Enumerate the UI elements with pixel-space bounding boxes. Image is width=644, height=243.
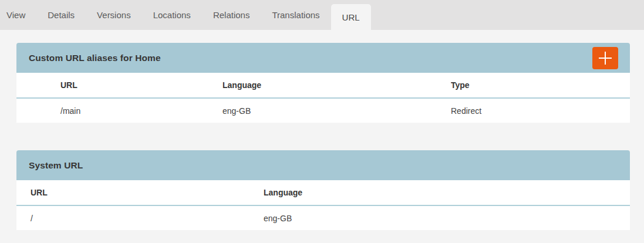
- tab-relations[interactable]: Relations: [202, 0, 261, 30]
- url-management-page: View Details Versions Locations Relation…: [0, 0, 644, 230]
- custom-aliases-table: URL Language Type /main eng-GB Redirect: [16, 73, 630, 123]
- content-tab-bar: View Details Versions Locations Relation…: [0, 0, 644, 30]
- alias-table-row: /main eng-GB Redirect: [16, 98, 630, 123]
- alias-url-cell: /main: [16, 98, 222, 123]
- column-header-url: URL: [16, 180, 264, 205]
- system-url-table: URL Language / eng-GB: [16, 180, 630, 230]
- column-header-language: Language: [222, 73, 451, 98]
- alias-type-cell: Redirect: [451, 98, 630, 123]
- tab-versions[interactable]: Versions: [86, 0, 142, 30]
- tab-view[interactable]: View: [0, 0, 36, 30]
- table-header-row: URL Language Type: [16, 73, 630, 98]
- plus-icon: [598, 51, 612, 65]
- tab-translations[interactable]: Translations: [261, 0, 331, 30]
- system-url-language-cell: eng-GB: [264, 205, 630, 230]
- system-url-table-row: / eng-GB: [16, 205, 630, 230]
- column-header-language: Language: [264, 180, 630, 205]
- alias-language-cell: eng-GB: [222, 98, 451, 123]
- table-header-row: URL Language: [16, 180, 630, 205]
- main-content: Custom URL aliases for Home URL Language…: [0, 30, 644, 230]
- system-url-header: System URL: [16, 150, 630, 180]
- system-url-cell: /: [16, 205, 264, 230]
- column-header-type: Type: [451, 73, 630, 98]
- add-alias-button[interactable]: [592, 47, 618, 69]
- tab-locations[interactable]: Locations: [142, 0, 202, 30]
- tab-details[interactable]: Details: [36, 0, 86, 30]
- column-header-url: URL: [16, 73, 222, 98]
- tab-url[interactable]: URL: [331, 4, 371, 30]
- system-url-panel: System URL URL Language / eng-GB: [16, 150, 630, 230]
- custom-aliases-header: Custom URL aliases for Home: [16, 43, 630, 73]
- custom-url-aliases-panel: Custom URL aliases for Home URL Language…: [16, 43, 630, 123]
- system-url-title: System URL: [29, 160, 83, 171]
- custom-aliases-title: Custom URL aliases for Home: [29, 53, 161, 63]
